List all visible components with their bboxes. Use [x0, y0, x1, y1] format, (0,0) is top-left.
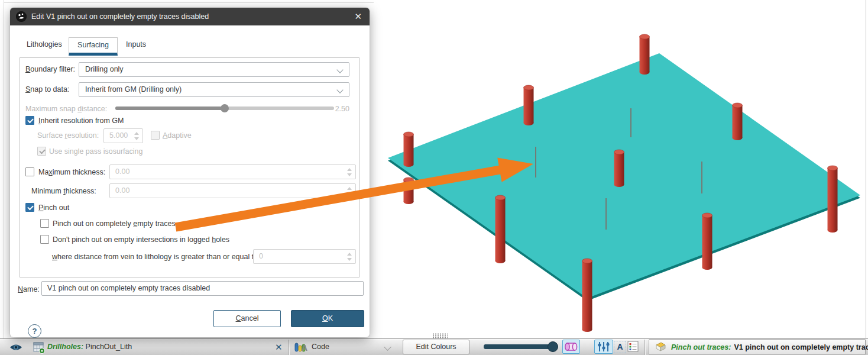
- drillhole-cylinder: [640, 34, 650, 75]
- where-distance-label: where distance from vein to lithology is…: [52, 253, 260, 261]
- drillhole-cylinder: [614, 150, 624, 187]
- inherit-resolution-label: Inherit resolution from GM: [38, 117, 124, 125]
- drillhole-cylinder: [495, 195, 506, 263]
- adaptive-checkbox: [151, 131, 160, 140]
- active-layer-label: Drillholes: PinchOut_Lith: [47, 343, 132, 351]
- drillhole-cylinder: [828, 166, 838, 233]
- max-thickness-input: 0.00: [109, 164, 356, 179]
- spinner-arrows-icon: [347, 168, 352, 176]
- app-window-right-border: [866, 0, 866, 355]
- max-snap-distance-value: 2.50: [329, 105, 349, 113]
- where-distance-input: 0: [253, 249, 356, 264]
- visibility-eye-icon[interactable]: [9, 343, 22, 351]
- max-snap-distance-slider: [115, 106, 334, 110]
- name-value: V1 pinch out on completely empty traces …: [47, 284, 210, 292]
- tab-inputs[interactable]: Inputs: [126, 40, 146, 49]
- tab-surfacing[interactable]: Surfacing: [69, 37, 118, 56]
- filter-values-toggle[interactable]: [594, 340, 613, 354]
- drillhole-cylinder: [582, 259, 592, 332]
- pinch-out-traces-panel[interactable]: Pinch out traces: V1 pinch out on comple…: [649, 339, 866, 355]
- cylinder-icon: [563, 340, 579, 353]
- show-legend-toggle[interactable]: [627, 341, 639, 354]
- snap-to-data-label: Snap to data:: [25, 85, 69, 93]
- spinner-arrows-icon: [347, 253, 352, 261]
- svg-text:A: A: [302, 343, 307, 353]
- surface-resolution-input: 5.000: [103, 128, 143, 143]
- chevron-down-icon: [336, 86, 343, 93]
- max-snap-distance-label: Maximum snap distance:: [25, 105, 107, 113]
- surface-resolution-label: Surface resolution:: [37, 131, 99, 140]
- ok-button[interactable]: OK: [291, 310, 364, 327]
- sliders-icon: [595, 340, 613, 353]
- boundary-filter-value: Drilling only: [85, 65, 124, 73]
- pinch-out-empty-traces-checkbox[interactable]: [40, 219, 49, 228]
- max-thickness-label: Maximum thickness:: [38, 168, 105, 176]
- spinner-arrows-icon: [134, 132, 139, 140]
- vein-mesh-icon: [654, 341, 667, 353]
- opacity-slider[interactable]: [484, 344, 557, 349]
- min-thickness-label: Minimum thickness:: [31, 187, 96, 195]
- dialog-close-icon[interactable]: ✕: [352, 8, 364, 25]
- drillhole-cylinder: [733, 103, 743, 140]
- drillhole-table-icon: [33, 342, 46, 354]
- max-snap-distance-slider-knob: [221, 104, 229, 112]
- remove-from-scene-icon[interactable]: ✕: [275, 342, 283, 353]
- colour-column-icon: A: [294, 341, 309, 353]
- edit-vein-dialog: Edit V1 pinch out on completely empty tr…: [10, 8, 370, 337]
- single-pass-checkbox: [37, 147, 46, 156]
- drillhole-cylinder: [404, 132, 414, 167]
- adaptive-label: Adaptive: [163, 131, 192, 140]
- drillhole-cylinder: [702, 213, 712, 270]
- layer-type-label: Drillholes:: [47, 343, 83, 351]
- opacity-slider-knob[interactable]: [548, 341, 558, 352]
- dont-pinch-out-label: Don't pinch out on empty intersections i…: [53, 235, 229, 244]
- colour-column-label: Code: [312, 343, 329, 351]
- toolbar-grip-handle[interactable]: [432, 333, 448, 338]
- layer-name-label: PinchOut_Lith: [83, 343, 132, 351]
- boundary-filter-select[interactable]: Drilling only: [79, 62, 349, 77]
- show-text-toggle[interactable]: A: [614, 341, 626, 353]
- surface-resolution-value: 5.000: [109, 131, 128, 140]
- spinner-arrows-icon: [347, 187, 352, 195]
- help-button[interactable]: ?: [28, 324, 41, 338]
- statusbar-divider: [289, 340, 289, 355]
- inherit-resolution-checkbox[interactable]: [25, 116, 34, 125]
- snap-to-data-select[interactable]: Inherit from GM (Drilling only): [79, 82, 349, 97]
- dont-pinch-out-checkbox[interactable]: [40, 235, 49, 244]
- pinch-out-empty-traces-label: Pinch out on completely empty traces: [53, 220, 176, 228]
- dialog-title: Edit V1 pinch out on completely empty tr…: [31, 8, 209, 25]
- name-label: Name:: [18, 285, 40, 293]
- drillhole-cylinder: [524, 85, 534, 125]
- min-thickness-input: 0.00: [109, 183, 356, 198]
- tab-lithologies[interactable]: Lithologies: [27, 40, 62, 49]
- max-snap-distance-slider-fill: [115, 106, 225, 110]
- pinch-out-traces-value: V1 pinch out on completely empty traces.…: [734, 343, 868, 351]
- where-distance-value: 0: [259, 252, 263, 260]
- show-as-cylinders-toggle[interactable]: [562, 340, 580, 354]
- chevron-down-icon: [336, 66, 343, 73]
- max-thickness-checkbox[interactable]: [25, 167, 34, 176]
- boundary-filter-label: Boundary filter:: [25, 65, 75, 73]
- pinch-out-label: Pinch out: [38, 204, 69, 212]
- cancel-button[interactable]: Cancel: [213, 310, 281, 327]
- min-thickness-value: 0.00: [115, 186, 129, 195]
- dialog-titlebar[interactable]: Edit V1 pinch out on completely empty tr…: [10, 8, 370, 25]
- drillhole-cylinder: [404, 178, 414, 204]
- edit-colours-button[interactable]: Edit Colours: [403, 340, 469, 354]
- leapfrog-app-icon: [16, 11, 27, 22]
- opacity-slider-fill: [484, 344, 557, 349]
- snap-to-data-value: Inherit from GM (Drilling only): [85, 85, 182, 93]
- max-thickness-value: 0.00: [115, 167, 129, 176]
- pinch-out-checkbox[interactable]: [25, 203, 34, 212]
- legend-list-icon: [627, 341, 639, 352]
- pinch-out-traces-label: Pinch out traces:: [671, 343, 731, 351]
- single-pass-label: Use single pass isosurfacing: [49, 147, 142, 156]
- name-input[interactable]: V1 pinch out on completely empty traces …: [41, 281, 364, 296]
